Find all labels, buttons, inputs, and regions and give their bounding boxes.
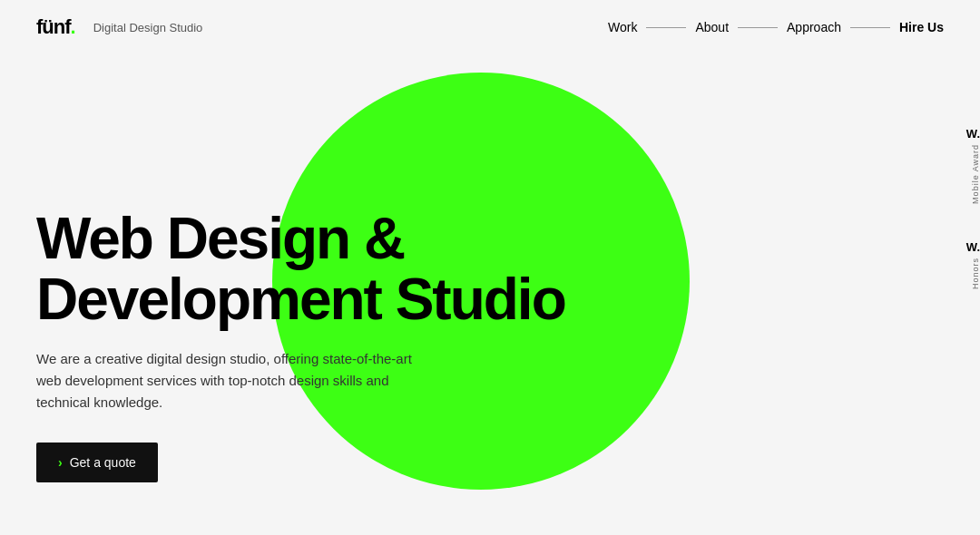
main-content: Web Design & Development Studio We are a… <box>0 54 980 535</box>
award-letter-1: W. <box>966 127 980 141</box>
right-sidebar: W. Mobile Award W. Honors <box>953 127 980 289</box>
header-left: fünf. Digital Design Studio <box>36 15 202 39</box>
logo[interactable]: fünf. <box>36 15 75 39</box>
nav-separator-1 <box>646 27 686 28</box>
award-item-2: W. Honors <box>953 240 980 289</box>
award-item-1: W. Mobile Award <box>953 127 980 204</box>
nav-separator-2 <box>738 27 778 28</box>
hero-title-line1: Web Design & <box>36 206 404 271</box>
nav-work[interactable]: Work <box>608 20 637 34</box>
main-nav: Work About Approach Hire Us <box>608 20 944 34</box>
nav-about[interactable]: About <box>695 20 729 34</box>
logo-text: fünf <box>36 15 71 38</box>
nav-group: Work About Approach Hire Us <box>608 20 944 34</box>
hero-content: Web Design & Development Studio We are a… <box>36 209 565 482</box>
nav-separator-3 <box>850 27 890 28</box>
hero-description: We are a creative digital design studio,… <box>36 348 436 413</box>
hero-title-line2: Development Studio <box>36 267 565 332</box>
cta-button[interactable]: › Get a quote <box>36 443 158 482</box>
cta-label: Get a quote <box>70 455 136 470</box>
logo-dot: . <box>71 15 75 38</box>
award-label-1: Mobile Award <box>971 144 980 204</box>
cta-arrow-icon: › <box>58 455 63 470</box>
nav-hire-us[interactable]: Hire Us <box>899 20 944 34</box>
header: fünf. Digital Design Studio Work About A… <box>0 0 980 54</box>
award-letter-2: W. <box>966 240 980 254</box>
tagline: Digital Design Studio <box>93 21 203 34</box>
award-label-2: Honors <box>971 258 980 289</box>
nav-approach[interactable]: Approach <box>787 20 841 34</box>
hero-title: Web Design & Development Studio <box>36 209 565 330</box>
